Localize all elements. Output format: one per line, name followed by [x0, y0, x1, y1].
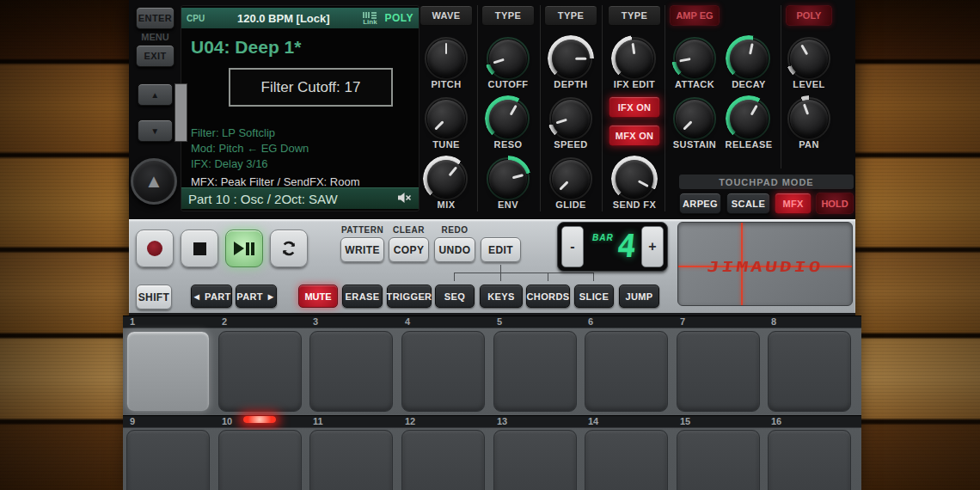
pad-16[interactable]	[768, 430, 851, 490]
mute-button[interactable]: MUTE	[298, 285, 338, 308]
ifx-edit-knob[interactable]	[611, 35, 658, 82]
hold-mode-button[interactable]: HOLD	[816, 193, 854, 214]
mfx-mode-button[interactable]: MFX	[775, 193, 812, 214]
mod-type-button[interactable]: TYPE	[544, 5, 597, 26]
tune-knob[interactable]	[423, 95, 469, 142]
reso-knob[interactable]	[485, 95, 531, 142]
poly-button[interactable]: POLY	[786, 5, 832, 26]
copy-button[interactable]: COPY	[389, 237, 429, 262]
bar-label: BAR	[592, 233, 614, 242]
erase-button[interactable]: ERASE	[342, 285, 383, 308]
exit-button[interactable]: EXIT	[136, 45, 175, 67]
loop-button[interactable]	[270, 230, 308, 267]
pad-number: 12	[405, 416, 415, 426]
down-arrow-button[interactable]: ▼	[138, 119, 173, 142]
pad-number: 11	[313, 416, 323, 426]
amp-eg-button[interactable]: AMP EG	[670, 5, 720, 26]
edit-button[interactable]: EDIT	[481, 237, 521, 262]
pan-knob-label: PAN	[775, 139, 843, 150]
up-arrow-button[interactable]: ▲	[138, 83, 173, 106]
level-knob[interactable]	[786, 35, 832, 82]
cutoff-knob-label: CUTOFF	[474, 79, 542, 89]
ifx-on-button[interactable]: IFX ON	[609, 96, 660, 118]
bar-plus-button[interactable]: +	[641, 226, 664, 267]
shift-button[interactable]: SHIFT	[136, 285, 172, 309]
pad-9[interactable]	[126, 430, 210, 490]
pad-13[interactable]	[493, 430, 577, 490]
synth-panel: ENTER MENU EXIT ▲ ▼ ▲ CPU 120.0 BPM [Loc…	[129, 0, 855, 219]
bpm-readout[interactable]: 120.0 BPM [Lock]	[205, 12, 362, 25]
pad-8[interactable]	[768, 331, 851, 412]
pad-number: 6	[588, 316, 593, 327]
part-next-button[interactable]: PART ►	[236, 285, 277, 308]
mfx-on-button[interactable]: MFX ON	[609, 125, 660, 146]
pad-11[interactable]	[309, 430, 393, 490]
part-status-bar: Part 10 : Osc / 2Oct: SAW	[181, 187, 419, 209]
mix-knob[interactable]	[423, 156, 469, 202]
play-pause-icon	[234, 242, 254, 255]
touchpad-mode-title: TOUCHPAD MODE	[679, 175, 854, 189]
pad-number: 7	[680, 316, 685, 327]
pad-1[interactable]	[126, 331, 210, 412]
send-fx-knob[interactable]	[611, 156, 658, 202]
attack-knob[interactable]	[671, 35, 718, 82]
pad-number: 1	[130, 316, 135, 327]
write-button[interactable]: WRITE	[340, 237, 384, 262]
link-label: Link	[363, 18, 377, 26]
decay-knob-label: DECAY	[714, 79, 783, 89]
sustain-knob[interactable]	[671, 95, 718, 142]
trigger-button[interactable]: TRIGGER	[387, 285, 432, 308]
pad-12[interactable]	[401, 430, 485, 490]
env-knob-label: ENV	[474, 199, 542, 210]
pad-number-strip-1	[123, 315, 861, 328]
play-pause-button[interactable]	[225, 230, 263, 267]
pad-7[interactable]	[677, 331, 760, 412]
pad-number: 10	[222, 416, 232, 426]
stop-button[interactable]	[181, 230, 218, 267]
record-button[interactable]	[136, 230, 174, 267]
step-position-led	[243, 416, 276, 423]
jog-dial-button[interactable]: ▲	[131, 158, 177, 205]
bar-minus-button[interactable]: -	[561, 226, 584, 267]
enter-button[interactable]: ENTER	[136, 7, 175, 29]
pad-15[interactable]	[677, 430, 760, 490]
pad-3[interactable]	[309, 331, 393, 412]
part-prev-button[interactable]: ◄ PART	[191, 285, 232, 308]
jimaudio-logo: JIMAUDIO	[677, 259, 853, 275]
pad-14[interactable]	[585, 430, 668, 490]
env-knob[interactable]	[485, 156, 531, 202]
filter-type-button[interactable]: TYPE	[481, 5, 535, 26]
pan-knob[interactable]	[786, 95, 832, 142]
pad-number: 3	[313, 316, 318, 327]
pad-2[interactable]	[218, 331, 302, 412]
glide-knob[interactable]	[548, 156, 594, 202]
ifx-info-line: IFX: Delay 3/16	[191, 157, 412, 173]
pad-number: 9	[130, 416, 135, 426]
scale-mode-button[interactable]: SCALE	[726, 193, 770, 214]
decay-knob[interactable]	[726, 35, 772, 82]
pad-5[interactable]	[493, 331, 577, 412]
chords-button[interactable]: CHORDS	[526, 285, 570, 308]
pattern-group-label: PATTERN	[340, 225, 384, 235]
wave-button[interactable]: WAVE	[420, 5, 473, 26]
pitch-knob[interactable]	[423, 35, 469, 82]
release-knob[interactable]	[726, 95, 772, 142]
keys-button[interactable]: KEYS	[480, 285, 523, 308]
jump-button[interactable]: JUMP	[619, 285, 659, 308]
xy-touchpad[interactable]: JIMAUDIO	[677, 222, 853, 306]
tune-knob-label: TUNE	[412, 139, 481, 150]
cutoff-knob[interactable]	[485, 35, 531, 82]
pitch-knob-label: PITCH	[412, 79, 481, 89]
seq-button[interactable]: SEQ	[435, 285, 475, 308]
slice-button[interactable]: SLICE	[574, 285, 614, 308]
ifx-type-button[interactable]: TYPE	[608, 5, 661, 26]
depth-knob[interactable]	[548, 35, 594, 82]
pad-6[interactable]	[585, 331, 668, 412]
pad-number: 4	[405, 316, 410, 327]
undo-button[interactable]: UNDO	[434, 237, 475, 262]
arpeg-mode-button[interactable]: ARPEG	[679, 193, 721, 214]
speed-knob[interactable]	[548, 95, 594, 142]
pad-10[interactable]	[218, 430, 302, 490]
pad-4[interactable]	[401, 331, 485, 412]
mod-info-line: Mod: Pitch ← EG Down	[191, 142, 412, 157]
